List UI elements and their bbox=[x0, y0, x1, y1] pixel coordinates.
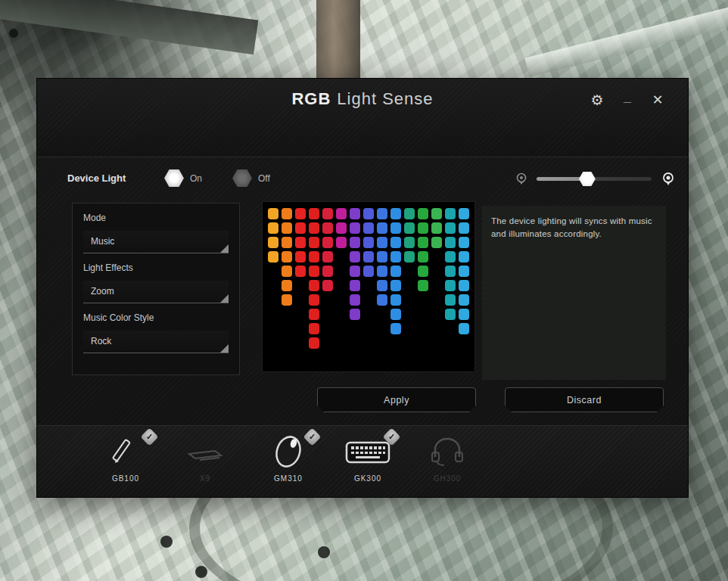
equalizer-cell bbox=[363, 251, 374, 263]
light-effects-dropdown[interactable]: Zoom bbox=[83, 281, 229, 303]
settings-panel: Mode Music Light Effects Zoom Music Colo… bbox=[72, 203, 240, 375]
apply-button[interactable]: Apply bbox=[317, 387, 476, 412]
equalizer-cell bbox=[459, 208, 469, 219]
equalizer-cell bbox=[350, 280, 360, 291]
equalizer-cell bbox=[282, 222, 292, 234]
close-button[interactable]: ✕ bbox=[649, 91, 667, 109]
equalizer-cell bbox=[459, 309, 469, 320]
equalizer-cell bbox=[418, 280, 428, 291]
equalizer-cell bbox=[390, 208, 401, 219]
equalizer-cell bbox=[390, 294, 401, 306]
settings-gear-icon[interactable]: ⚙ bbox=[588, 91, 606, 109]
equalizer-cell bbox=[309, 323, 319, 334]
equalizer-cell bbox=[309, 222, 319, 234]
equalizer-cell bbox=[377, 280, 387, 291]
equalizer-cell bbox=[418, 237, 428, 248]
equalizer-cell bbox=[309, 294, 319, 306]
equalizer-cell bbox=[350, 251, 360, 263]
brightness-high-lamp-icon bbox=[662, 172, 674, 187]
equalizer-cell bbox=[363, 237, 374, 248]
device-x9[interactable]: X9 bbox=[170, 432, 240, 483]
equalizer-cell bbox=[363, 208, 374, 219]
equalizer-cell bbox=[377, 208, 387, 219]
equalizer-cell bbox=[309, 309, 319, 320]
equalizer-column bbox=[445, 208, 456, 349]
equalizer-cell bbox=[295, 237, 306, 248]
titlebar[interactable]: RGBLight Sense ⚙ _ ✕ bbox=[37, 79, 688, 157]
equalizer-cell bbox=[431, 237, 442, 248]
equalizer-cell bbox=[390, 237, 401, 248]
equalizer-column bbox=[459, 208, 469, 349]
equalizer-cell bbox=[377, 237, 387, 248]
rgb-light-sense-window: RGBLight Sense ⚙ _ ✕ Device Light On Off bbox=[36, 78, 689, 498]
background-dot bbox=[195, 566, 207, 578]
equalizer-cell bbox=[377, 294, 387, 306]
equalizer-cell bbox=[445, 237, 456, 248]
equalizer-cell bbox=[445, 280, 456, 291]
light-effects-value: Zoom bbox=[91, 286, 114, 297]
description-panel: The device lighting will syncs with musi… bbox=[482, 206, 666, 380]
equalizer-column bbox=[418, 208, 428, 349]
equalizer-cell bbox=[309, 237, 319, 248]
window-title-light: Light Sense bbox=[337, 89, 433, 108]
equalizer-cell bbox=[363, 222, 374, 234]
mousepad-icon bbox=[185, 434, 226, 469]
device-name: X9 bbox=[170, 474, 240, 483]
music-color-style-dropdown[interactable]: Rock bbox=[83, 331, 229, 353]
music-color-style-field: Music Color Style Rock bbox=[73, 303, 239, 353]
equalizer-cell bbox=[282, 208, 292, 219]
equalizer-cell bbox=[431, 208, 442, 219]
brightness-slider-thumb[interactable] bbox=[579, 172, 596, 186]
device-gb100[interactable]: ✓ GB100 bbox=[91, 432, 160, 483]
equalizer-column bbox=[268, 208, 278, 349]
device-light-label: Device Light bbox=[67, 172, 126, 184]
background-beam bbox=[524, 3, 728, 77]
mode-dropdown[interactable]: Music bbox=[83, 231, 229, 253]
equalizer-cell bbox=[322, 222, 333, 234]
equalizer-cell bbox=[377, 222, 387, 234]
equalizer-cell bbox=[459, 237, 469, 248]
equalizer-cell bbox=[459, 222, 469, 234]
equalizer-cell bbox=[282, 280, 292, 291]
device-name: GK300 bbox=[333, 474, 403, 483]
equalizer-cell bbox=[390, 251, 401, 263]
equalizer-cell bbox=[459, 294, 469, 306]
equalizer-cell bbox=[418, 266, 428, 277]
equalizer-cell bbox=[350, 208, 360, 219]
equalizer-cell bbox=[295, 251, 306, 263]
equalizer-column bbox=[350, 208, 360, 349]
equalizer-column bbox=[309, 208, 319, 349]
equalizer-cell bbox=[459, 323, 469, 334]
equalizer-cell bbox=[390, 280, 401, 291]
equalizer-cell bbox=[404, 222, 415, 234]
background-dot bbox=[9, 29, 18, 38]
equalizer bbox=[263, 202, 474, 355]
equalizer-cell bbox=[445, 251, 456, 263]
device-gk300[interactable]: ✓ GK300 bbox=[333, 432, 403, 483]
brightness-slider-track[interactable] bbox=[537, 177, 652, 181]
equalizer-column bbox=[322, 208, 333, 349]
device-light-on-radio[interactable]: On bbox=[164, 169, 202, 187]
background-dot bbox=[318, 546, 330, 558]
minimize-button[interactable]: _ bbox=[618, 91, 636, 109]
discard-button[interactable]: Discard bbox=[505, 387, 664, 412]
device-light-off-radio[interactable]: Off bbox=[232, 169, 270, 187]
equalizer-cell bbox=[322, 266, 333, 277]
window-title-strong: RGB bbox=[291, 89, 331, 108]
equalizer-cell bbox=[282, 266, 292, 277]
device-light-row: Device Light On Off bbox=[37, 157, 688, 203]
dropdown-corner-icon bbox=[220, 344, 229, 353]
equalizer-cell bbox=[295, 266, 306, 277]
mode-description-text: The device lighting will syncs with musi… bbox=[482, 206, 666, 249]
equalizer-column bbox=[363, 208, 374, 349]
equalizer-cell bbox=[322, 280, 333, 291]
window-controls: ⚙ _ ✕ bbox=[588, 91, 667, 109]
device-gh300[interactable]: GH300 bbox=[412, 432, 482, 483]
equalizer-column bbox=[431, 208, 442, 349]
device-name: GM310 bbox=[254, 474, 323, 483]
equalizer-cell bbox=[445, 208, 456, 219]
connected-check-icon: ✓ bbox=[303, 427, 321, 446]
device-gm310[interactable]: ✓ GM310 bbox=[254, 432, 323, 483]
light-effects-field: Light Effects Zoom bbox=[73, 253, 239, 303]
equalizer-cell bbox=[418, 251, 428, 263]
